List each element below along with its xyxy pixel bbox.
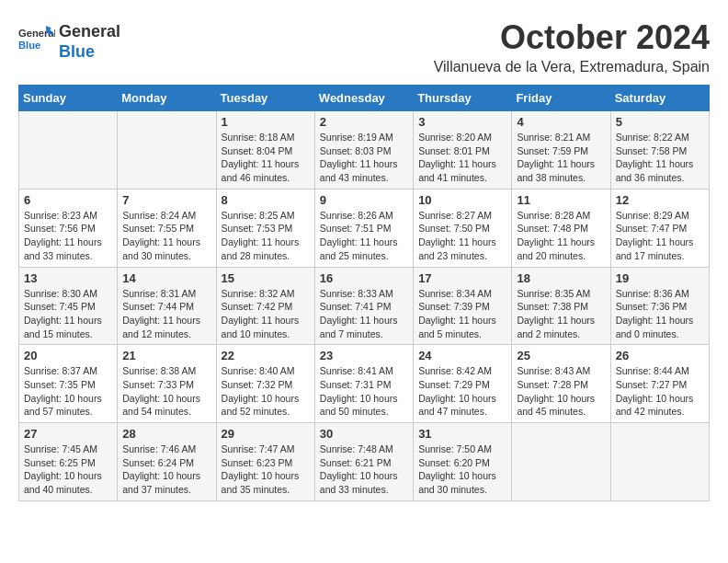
logo-general: General bbox=[59, 22, 120, 42]
day-number: 2 bbox=[320, 115, 408, 129]
day-number: 26 bbox=[616, 349, 704, 362]
day-info: Sunrise: 7:46 AMSunset: 6:24 PMDaylight:… bbox=[122, 442, 210, 497]
location-title: Villanueva de la Vera, Extremadura, Spai… bbox=[434, 59, 710, 75]
day-info: Sunrise: 8:34 AMSunset: 7:39 PMDaylight:… bbox=[418, 287, 506, 341]
day-info: Sunrise: 8:35 AMSunset: 7:38 PMDaylight:… bbox=[517, 287, 605, 341]
day-info: Sunrise: 8:36 AMSunset: 7:36 PMDaylight:… bbox=[616, 287, 704, 341]
calendar-cell: 24Sunrise: 8:42 AMSunset: 7:29 PMDayligh… bbox=[414, 345, 512, 423]
calendar-cell: 31Sunrise: 7:50 AMSunset: 6:20 PMDayligh… bbox=[414, 423, 512, 501]
calendar-cell: 23Sunrise: 8:41 AMSunset: 7:31 PMDayligh… bbox=[314, 345, 413, 423]
calendar-cell: 12Sunrise: 8:29 AMSunset: 7:47 PMDayligh… bbox=[610, 189, 709, 267]
day-number: 13 bbox=[24, 271, 112, 285]
day-info: Sunrise: 8:25 AMSunset: 7:53 PMDaylight:… bbox=[222, 209, 310, 263]
day-info: Sunrise: 8:44 AMSunset: 7:27 PMDaylight:… bbox=[616, 364, 704, 419]
day-number: 4 bbox=[517, 115, 605, 129]
calendar-cell: 28Sunrise: 7:46 AMSunset: 6:24 PMDayligh… bbox=[118, 423, 216, 501]
day-info: Sunrise: 8:30 AMSunset: 7:45 PMDaylight:… bbox=[24, 287, 112, 341]
calendar-week-row: 6Sunrise: 8:23 AMSunset: 7:56 PMDaylight… bbox=[19, 189, 710, 267]
calendar-cell: 11Sunrise: 8:28 AMSunset: 7:48 PMDayligh… bbox=[512, 189, 610, 267]
day-number: 17 bbox=[418, 271, 506, 285]
day-number: 9 bbox=[320, 193, 408, 207]
calendar-cell: 22Sunrise: 8:40 AMSunset: 7:32 PMDayligh… bbox=[216, 345, 314, 423]
calendar-cell: 7Sunrise: 8:24 AMSunset: 7:55 PMDaylight… bbox=[118, 189, 216, 267]
calendar-cell: 9Sunrise: 8:26 AMSunset: 7:51 PMDaylight… bbox=[314, 189, 413, 267]
day-info: Sunrise: 8:21 AMSunset: 7:59 PMDaylight:… bbox=[517, 131, 605, 185]
calendar-cell: 6Sunrise: 8:23 AMSunset: 7:56 PMDaylight… bbox=[19, 189, 118, 267]
day-info: Sunrise: 8:42 AMSunset: 7:29 PMDaylight:… bbox=[418, 364, 506, 419]
day-number: 6 bbox=[24, 193, 112, 207]
svg-text:Blue: Blue bbox=[18, 39, 40, 50]
calendar-cell: 25Sunrise: 8:43 AMSunset: 7:28 PMDayligh… bbox=[512, 345, 610, 423]
day-info: Sunrise: 8:23 AMSunset: 7:56 PMDaylight:… bbox=[24, 209, 112, 263]
weekday-header: Thursday bbox=[414, 86, 512, 111]
calendar-table: SundayMondayTuesdayWednesdayThursdayFrid… bbox=[18, 85, 710, 501]
day-info: Sunrise: 8:40 AMSunset: 7:32 PMDaylight:… bbox=[222, 364, 310, 419]
weekday-header: Sunday bbox=[19, 86, 118, 111]
day-info: Sunrise: 8:37 AMSunset: 7:35 PMDaylight:… bbox=[24, 364, 112, 419]
calendar-cell: 5Sunrise: 8:22 AMSunset: 7:58 PMDaylight… bbox=[610, 111, 709, 190]
calendar-cell bbox=[19, 111, 118, 190]
calendar-cell bbox=[118, 111, 216, 190]
day-number: 23 bbox=[320, 349, 408, 362]
day-number: 1 bbox=[222, 115, 310, 129]
weekday-header: Monday bbox=[118, 86, 216, 111]
calendar-cell: 18Sunrise: 8:35 AMSunset: 7:38 PMDayligh… bbox=[512, 267, 610, 345]
calendar-cell: 27Sunrise: 7:45 AMSunset: 6:25 PMDayligh… bbox=[19, 423, 118, 501]
month-title: October 2024 bbox=[434, 18, 710, 57]
day-info: Sunrise: 8:43 AMSunset: 7:28 PMDaylight:… bbox=[517, 364, 605, 419]
day-number: 31 bbox=[418, 427, 506, 441]
day-info: Sunrise: 8:32 AMSunset: 7:42 PMDaylight:… bbox=[222, 287, 310, 341]
day-number: 16 bbox=[320, 271, 408, 285]
day-info: Sunrise: 8:28 AMSunset: 7:48 PMDaylight:… bbox=[517, 209, 605, 263]
day-info: Sunrise: 8:19 AMSunset: 8:03 PMDaylight:… bbox=[320, 131, 408, 185]
weekday-header: Friday bbox=[512, 86, 610, 111]
calendar-cell bbox=[512, 423, 610, 501]
weekday-header-row: SundayMondayTuesdayWednesdayThursdayFrid… bbox=[19, 86, 710, 111]
day-number: 3 bbox=[418, 115, 506, 129]
calendar-cell: 3Sunrise: 8:20 AMSunset: 8:01 PMDaylight… bbox=[414, 111, 512, 190]
day-info: Sunrise: 8:18 AMSunset: 8:04 PMDaylight:… bbox=[222, 131, 310, 185]
day-number: 15 bbox=[222, 271, 310, 285]
day-number: 20 bbox=[24, 349, 112, 362]
calendar-cell: 19Sunrise: 8:36 AMSunset: 7:36 PMDayligh… bbox=[610, 267, 709, 345]
day-number: 12 bbox=[616, 193, 704, 207]
calendar-cell: 30Sunrise: 7:48 AMSunset: 6:21 PMDayligh… bbox=[314, 423, 413, 501]
day-number: 5 bbox=[616, 115, 704, 129]
day-number: 18 bbox=[517, 271, 605, 285]
day-info: Sunrise: 8:38 AMSunset: 7:33 PMDaylight:… bbox=[122, 364, 210, 419]
day-info: Sunrise: 7:48 AMSunset: 6:21 PMDaylight:… bbox=[320, 442, 408, 497]
day-info: Sunrise: 8:41 AMSunset: 7:31 PMDaylight:… bbox=[320, 364, 408, 419]
calendar-week-row: 27Sunrise: 7:45 AMSunset: 6:25 PMDayligh… bbox=[19, 423, 710, 501]
logo: General Blue General Blue bbox=[18, 18, 120, 62]
day-number: 7 bbox=[122, 193, 210, 207]
weekday-header: Saturday bbox=[610, 86, 709, 111]
day-number: 29 bbox=[222, 427, 310, 441]
calendar-week-row: 20Sunrise: 8:37 AMSunset: 7:35 PMDayligh… bbox=[19, 345, 710, 423]
page-header: General Blue General Blue October 2024 V… bbox=[18, 18, 710, 75]
calendar-week-row: 1Sunrise: 8:18 AMSunset: 8:04 PMDaylight… bbox=[19, 111, 710, 190]
day-info: Sunrise: 8:24 AMSunset: 7:55 PMDaylight:… bbox=[122, 209, 210, 263]
logo-icon: General Blue bbox=[18, 22, 55, 59]
calendar-cell: 8Sunrise: 8:25 AMSunset: 7:53 PMDaylight… bbox=[216, 189, 314, 267]
calendar-cell bbox=[610, 423, 709, 501]
calendar-cell: 10Sunrise: 8:27 AMSunset: 7:50 PMDayligh… bbox=[414, 189, 512, 267]
day-info: Sunrise: 8:22 AMSunset: 7:58 PMDaylight:… bbox=[616, 131, 704, 185]
day-number: 30 bbox=[320, 427, 408, 441]
weekday-header: Wednesday bbox=[314, 86, 413, 111]
day-info: Sunrise: 8:33 AMSunset: 7:41 PMDaylight:… bbox=[320, 287, 408, 341]
day-number: 14 bbox=[122, 271, 210, 285]
day-number: 24 bbox=[418, 349, 506, 362]
logo-blue: Blue bbox=[59, 42, 120, 63]
day-number: 8 bbox=[222, 193, 310, 207]
day-number: 28 bbox=[122, 427, 210, 441]
title-block: October 2024 Villanueva de la Vera, Extr… bbox=[434, 18, 710, 75]
weekday-header: Tuesday bbox=[216, 86, 314, 111]
day-info: Sunrise: 8:26 AMSunset: 7:51 PMDaylight:… bbox=[320, 209, 408, 263]
day-info: Sunrise: 7:45 AMSunset: 6:25 PMDaylight:… bbox=[24, 442, 112, 497]
day-number: 21 bbox=[122, 349, 210, 362]
calendar-cell: 1Sunrise: 8:18 AMSunset: 8:04 PMDaylight… bbox=[216, 111, 314, 190]
day-number: 22 bbox=[222, 349, 310, 362]
day-number: 27 bbox=[24, 427, 112, 441]
day-number: 25 bbox=[517, 349, 605, 362]
calendar-cell: 20Sunrise: 8:37 AMSunset: 7:35 PMDayligh… bbox=[19, 345, 118, 423]
